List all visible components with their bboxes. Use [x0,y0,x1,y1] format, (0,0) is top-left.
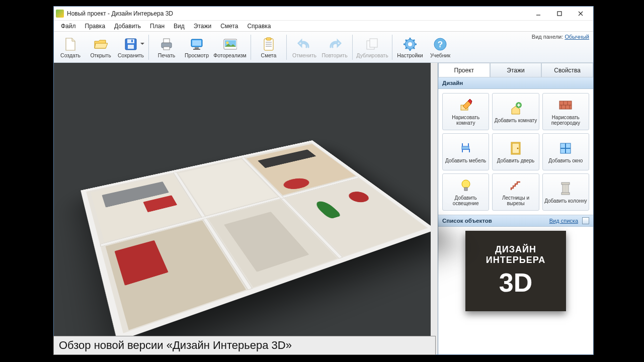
side-panel: Проект Этажи Свойства Дизайн Нарисовать … [438,63,593,354]
gear-icon [403,37,417,51]
maximize-button[interactable] [549,8,570,20]
svg-line-32 [413,47,415,49]
svg-rect-13 [195,47,199,49]
content-area: Проект Этажи Свойства Дизайн Нарисовать … [54,63,593,354]
object-list: ДИЗАЙН ИНТЕРЬЕРА 3D [438,227,593,354]
pencil-room-icon [458,98,473,113]
panel-mode-label: Вид панели: Обычный [532,34,589,40]
add-light-button[interactable]: Добавить освещение [442,173,489,211]
tab-floors[interactable]: Этажи [490,63,542,77]
add-door-button[interactable]: Добавить дверь [492,133,539,170]
help-button[interactable]: ? Учебник [426,33,455,61]
help-icon: ? [433,37,447,51]
svg-point-53 [462,180,470,188]
tab-project[interactable]: Проект [438,63,490,77]
door-icon [508,141,523,156]
svg-point-17 [226,41,229,44]
svg-rect-56 [561,183,570,185]
design-section-header: Дизайн [438,77,593,89]
draw-room-button[interactable]: Нарисовать комнату [442,93,489,130]
photorealism-button[interactable]: Фотореализм [212,33,248,61]
settings-button[interactable]: Настройки [395,33,425,61]
add-column-button[interactable]: Добавить колонну [542,173,589,211]
folder-open-icon [94,37,108,51]
svg-rect-14 [193,49,200,50]
photo-icon [223,37,237,51]
svg-rect-6 [128,45,134,49]
add-room-icon [508,101,523,116]
estimate-button[interactable]: Смета [254,33,283,61]
svg-point-26 [408,42,412,46]
list-mode-link[interactable]: Вид списка [549,218,578,224]
viewport-scrollbar[interactable] [431,63,438,354]
menubar: Файл Правка Добавить План Вид Этажи Смет… [54,21,593,32]
svg-text:?: ? [438,40,443,49]
menu-view[interactable]: Вид [170,22,189,31]
svg-rect-12 [192,40,201,46]
design-tools-grid: Нарисовать комнату Добавить комнату Нари… [438,89,593,215]
stairs-button[interactable]: Лестницы и вырезы [492,173,539,211]
window-icon [558,141,573,156]
toolbar: Создать Открыть Сохранить [54,32,593,63]
svg-rect-57 [561,193,570,195]
save-icon [124,37,138,51]
clipboard-icon [262,37,276,51]
duplicate-icon [365,37,379,51]
close-button[interactable] [570,8,591,20]
menu-plan[interactable]: План [146,22,169,31]
window-title: Новый проект - Дизайн Интерьера 3D [67,10,528,17]
menu-edit[interactable]: Правка [81,22,110,31]
dropdown-icon [140,43,144,45]
svg-rect-24 [370,39,377,47]
print-button[interactable]: Печать [152,33,181,61]
menu-file[interactable]: Файл [57,22,80,31]
svg-rect-19 [266,38,271,40]
window-controls [528,8,591,20]
titlebar: Новый проект - Дизайн Интерьера 3D [54,7,593,21]
promo-box: ДИЗАЙН ИНТЕРЬЕРА 3D [465,231,566,311]
new-file-icon [63,37,77,51]
menu-help[interactable]: Справка [243,22,275,31]
preview-button[interactable]: Просмотр [182,33,211,61]
svg-point-49 [517,147,518,149]
svg-line-33 [406,47,407,49]
stairs-icon [508,178,523,193]
draw-wall-button[interactable]: Нарисовать перегородку [542,93,589,130]
svg-line-31 [406,40,407,41]
menu-floors[interactable]: Этажи [190,22,215,31]
undo-icon [297,37,311,51]
add-window-button[interactable]: Добавить окно [542,133,589,170]
menu-estimate[interactable]: Смета [216,22,242,31]
brick-wall-icon [558,98,573,113]
save-button[interactable]: Сохранить [116,33,145,61]
3d-viewport[interactable] [54,63,438,354]
create-button[interactable]: Создать [56,33,85,61]
side-tabs: Проект Этажи Свойства [438,63,593,77]
add-room-button[interactable]: Добавить комнату [492,93,539,130]
duplicate-button[interactable]: Дублировать [356,33,389,61]
svg-rect-10 [164,47,170,50]
app-window: Новый проект - Дизайн Интерьера 3D Файл … [53,6,594,355]
svg-rect-5 [127,39,134,43]
tab-properties[interactable]: Свойства [541,63,593,77]
panel-mode-link[interactable]: Обычный [565,34,589,40]
add-furniture-button[interactable]: Добавить мебель [442,133,489,170]
open-button[interactable]: Открыть [86,33,115,61]
redo-button[interactable]: Повторить [320,33,349,61]
minimize-button[interactable] [528,8,549,20]
lightbulb-icon [458,178,473,193]
svg-rect-1 [557,12,561,16]
object-list-header: Список объектов Вид списка [438,215,593,227]
column-icon [558,181,573,196]
redo-icon [328,37,342,51]
chair-icon [458,141,473,156]
undo-button[interactable]: Отменить [290,33,319,61]
svg-rect-54 [464,188,467,191]
list-view-icon[interactable] [582,217,589,224]
menu-add[interactable]: Добавить [110,22,145,31]
svg-rect-7 [131,40,133,42]
svg-rect-9 [164,39,170,43]
app-icon [56,10,64,18]
svg-line-34 [413,40,415,41]
video-caption: Обзор новой версии «Дизайн Интерьера 3D» [53,336,436,355]
